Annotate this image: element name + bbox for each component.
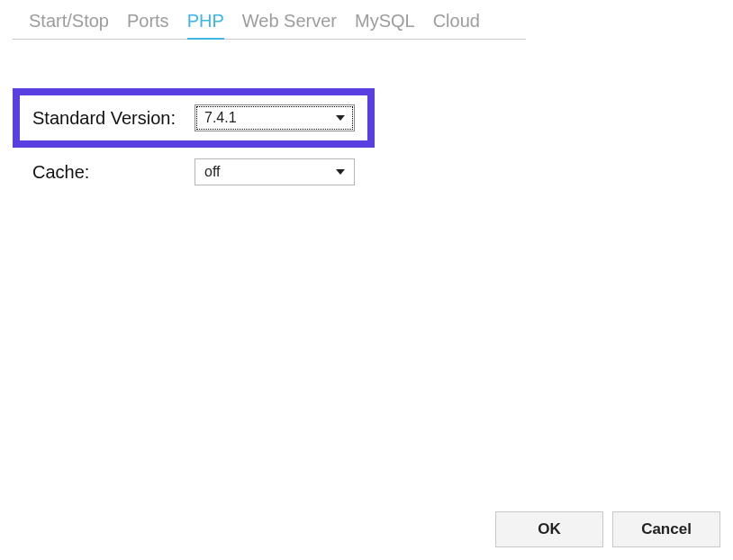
standard-version-row: Standard Version: 7.4.1 xyxy=(32,104,355,131)
cache-row: Cache: off xyxy=(13,148,720,185)
ok-button[interactable]: OK xyxy=(495,511,603,547)
tab-php[interactable]: PHP xyxy=(187,11,224,39)
standard-version-value: 7.4.1 xyxy=(204,110,237,126)
tab-content: Standard Version: 7.4.1 Cache: off xyxy=(0,40,733,185)
cancel-button[interactable]: Cancel xyxy=(612,511,720,547)
cache-select[interactable]: off xyxy=(195,158,355,185)
tab-web-server[interactable]: Web Server xyxy=(242,11,337,39)
tab-bar: Start/Stop Ports PHP Web Server MySQL Cl… xyxy=(13,0,526,40)
dialog-footer: OK Cancel xyxy=(495,511,720,547)
cache-label: Cache: xyxy=(32,162,195,183)
tab-cloud[interactable]: Cloud xyxy=(433,11,480,39)
cache-value: off xyxy=(204,164,221,180)
chevron-down-icon xyxy=(336,115,345,121)
standard-version-select[interactable]: 7.4.1 xyxy=(195,104,355,131)
tab-start-stop[interactable]: Start/Stop xyxy=(29,11,109,39)
tab-ports[interactable]: Ports xyxy=(127,11,169,39)
chevron-down-icon xyxy=(336,169,345,175)
standard-version-label: Standard Version: xyxy=(32,108,195,129)
tab-mysql[interactable]: MySQL xyxy=(355,11,415,39)
standard-version-highlight: Standard Version: 7.4.1 xyxy=(13,88,375,148)
